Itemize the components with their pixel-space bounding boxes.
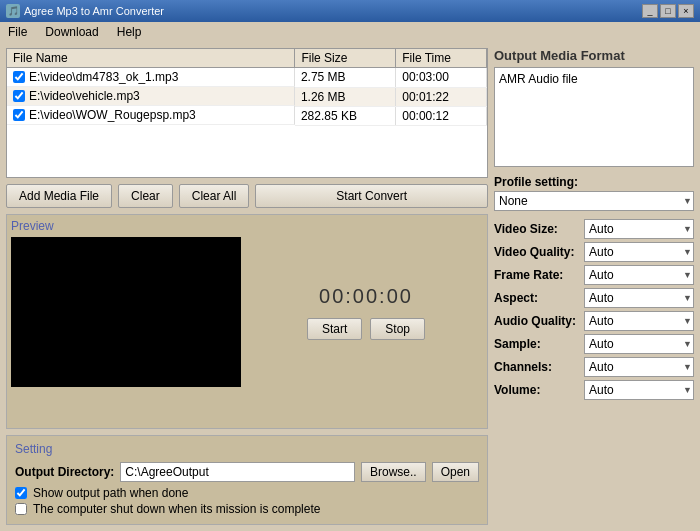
param-select-1[interactable]: Auto bbox=[584, 242, 694, 262]
param-select-wrapper-0: Auto ▼ bbox=[584, 219, 694, 239]
file-name-text: E:\video\dm4783_ok_1.mp3 bbox=[29, 70, 178, 84]
toolbar-buttons: Add Media File Clear Clear All Start Con… bbox=[6, 184, 488, 208]
shutdown-row: The computer shut down when its mission … bbox=[15, 502, 479, 516]
param-select-3[interactable]: Auto bbox=[584, 288, 694, 308]
row-checkbox[interactable] bbox=[13, 71, 25, 83]
window-controls: _ □ × bbox=[642, 4, 694, 18]
param-select-wrapper-2: Auto ▼ bbox=[584, 265, 694, 285]
param-row-6: Channels: Auto ▼ bbox=[494, 357, 694, 377]
show-output-path-row: Show output path when done bbox=[15, 486, 479, 500]
row-checkbox[interactable] bbox=[13, 90, 25, 102]
row-checkbox[interactable] bbox=[13, 109, 25, 121]
menu-bar: File Download Help bbox=[0, 22, 700, 42]
app-icon: 🎵 bbox=[6, 4, 20, 18]
col-header-filesize: File Size bbox=[295, 49, 396, 68]
preview-section: Preview 00:00:00 Start Stop bbox=[6, 214, 488, 429]
param-row-4: Audio Quality: Auto ▼ bbox=[494, 311, 694, 331]
clear-all-button[interactable]: Clear All bbox=[179, 184, 250, 208]
shutdown-checkbox[interactable] bbox=[15, 503, 27, 515]
title-bar: 🎵 Agree Mp3 to Amr Converter _ □ × bbox=[0, 0, 700, 22]
file-time-cell: 00:00:12 bbox=[396, 106, 487, 125]
param-select-7[interactable]: Auto bbox=[584, 380, 694, 400]
show-output-path-label: Show output path when done bbox=[33, 486, 188, 500]
menu-help[interactable]: Help bbox=[113, 24, 146, 40]
setting-section: Setting Output Directory: Browse.. Open … bbox=[6, 435, 488, 525]
file-size-cell: 1.26 MB bbox=[295, 87, 396, 106]
param-row-2: Frame Rate: Auto ▼ bbox=[494, 265, 694, 285]
output-directory-row: Output Directory: Browse.. Open bbox=[15, 462, 479, 482]
table-row: E:\video\dm4783_ok_1.mp3 2.75 MB 00:03:0… bbox=[7, 68, 487, 88]
setting-label: Setting bbox=[15, 442, 479, 456]
left-panel: File Name File Size File Time E:\video\d… bbox=[6, 48, 488, 525]
file-name-cell: E:\video\WOW_Rougepsp.mp3 bbox=[7, 106, 295, 125]
shutdown-label: The computer shut down when its mission … bbox=[33, 502, 320, 516]
preview-controls: 00:00:00 Start Stop bbox=[249, 237, 483, 387]
param-row-3: Aspect: Auto ▼ bbox=[494, 288, 694, 308]
col-header-filename: File Name bbox=[7, 49, 295, 68]
close-button[interactable]: × bbox=[678, 4, 694, 18]
minimize-button[interactable]: _ bbox=[642, 4, 658, 18]
param-label-6: Channels: bbox=[494, 360, 584, 374]
right-panel: Output Media Format AMR Audio file Profi… bbox=[494, 48, 694, 525]
file-time-cell: 00:03:00 bbox=[396, 68, 487, 88]
playback-buttons: Start Stop bbox=[307, 318, 425, 340]
file-size-cell: 282.85 KB bbox=[295, 106, 396, 125]
profile-setting-label: Profile setting: bbox=[494, 175, 694, 189]
param-label-4: Audio Quality: bbox=[494, 314, 584, 328]
param-select-wrapper-4: Auto ▼ bbox=[584, 311, 694, 331]
file-table-container: File Name File Size File Time E:\video\d… bbox=[6, 48, 488, 178]
param-label-3: Aspect: bbox=[494, 291, 584, 305]
file-name-text: E:\video\WOW_Rougepsp.mp3 bbox=[29, 108, 196, 122]
stop-playback-button[interactable]: Stop bbox=[370, 318, 425, 340]
output-format-box: AMR Audio file bbox=[494, 67, 694, 167]
start-convert-button[interactable]: Start Convert bbox=[255, 184, 488, 208]
table-row: E:\video\WOW_Rougepsp.mp3 282.85 KB 00:0… bbox=[7, 106, 487, 125]
maximize-button[interactable]: □ bbox=[660, 4, 676, 18]
param-select-2[interactable]: Auto bbox=[584, 265, 694, 285]
param-label-0: Video Size: bbox=[494, 222, 584, 236]
param-select-5[interactable]: Auto bbox=[584, 334, 694, 354]
preview-inner: 00:00:00 Start Stop bbox=[11, 237, 483, 387]
params-container: Video Size: Auto ▼ Video Quality: Auto ▼… bbox=[494, 219, 694, 403]
file-table: File Name File Size File Time E:\video\d… bbox=[7, 49, 487, 126]
add-media-file-button[interactable]: Add Media File bbox=[6, 184, 112, 208]
file-name-text: E:\video\vehicle.mp3 bbox=[29, 89, 140, 103]
param-row-7: Volume: Auto ▼ bbox=[494, 380, 694, 400]
param-select-wrapper-5: Auto ▼ bbox=[584, 334, 694, 354]
param-select-6[interactable]: Auto bbox=[584, 357, 694, 377]
clear-button[interactable]: Clear bbox=[118, 184, 173, 208]
profile-select-wrapper: None ▼ bbox=[494, 191, 694, 211]
file-name-cell: E:\video\vehicle.mp3 bbox=[7, 87, 295, 106]
param-select-wrapper-1: Auto ▼ bbox=[584, 242, 694, 262]
param-label-1: Video Quality: bbox=[494, 245, 584, 259]
table-row: E:\video\vehicle.mp3 1.26 MB 00:01:22 bbox=[7, 87, 487, 106]
window-title: Agree Mp3 to Amr Converter bbox=[24, 5, 164, 17]
output-media-format-title: Output Media Format bbox=[494, 48, 694, 63]
start-playback-button[interactable]: Start bbox=[307, 318, 362, 340]
output-directory-input[interactable] bbox=[120, 462, 355, 482]
param-label-5: Sample: bbox=[494, 337, 584, 351]
main-content: File Name File Size File Time E:\video\d… bbox=[0, 42, 700, 531]
param-row-0: Video Size: Auto ▼ bbox=[494, 219, 694, 239]
param-label-2: Frame Rate: bbox=[494, 268, 584, 282]
col-header-filetime: File Time bbox=[396, 49, 487, 68]
profile-setting-section: Profile setting: None ▼ bbox=[494, 175, 694, 211]
time-display: 00:00:00 bbox=[319, 285, 413, 308]
browse-button[interactable]: Browse.. bbox=[361, 462, 426, 482]
output-directory-label: Output Directory: bbox=[15, 465, 114, 479]
param-select-wrapper-3: Auto ▼ bbox=[584, 288, 694, 308]
preview-label: Preview bbox=[11, 219, 483, 233]
file-size-cell: 2.75 MB bbox=[295, 68, 396, 88]
menu-file[interactable]: File bbox=[4, 24, 31, 40]
output-format-value: AMR Audio file bbox=[499, 72, 578, 86]
param-select-0[interactable]: Auto bbox=[584, 219, 694, 239]
param-label-7: Volume: bbox=[494, 383, 584, 397]
param-row-5: Sample: Auto ▼ bbox=[494, 334, 694, 354]
profile-select[interactable]: None bbox=[494, 191, 694, 211]
menu-download[interactable]: Download bbox=[41, 24, 102, 40]
param-select-4[interactable]: Auto bbox=[584, 311, 694, 331]
param-select-wrapper-6: Auto ▼ bbox=[584, 357, 694, 377]
show-output-path-checkbox[interactable] bbox=[15, 487, 27, 499]
file-name-cell: E:\video\dm4783_ok_1.mp3 bbox=[7, 68, 295, 87]
open-button[interactable]: Open bbox=[432, 462, 479, 482]
